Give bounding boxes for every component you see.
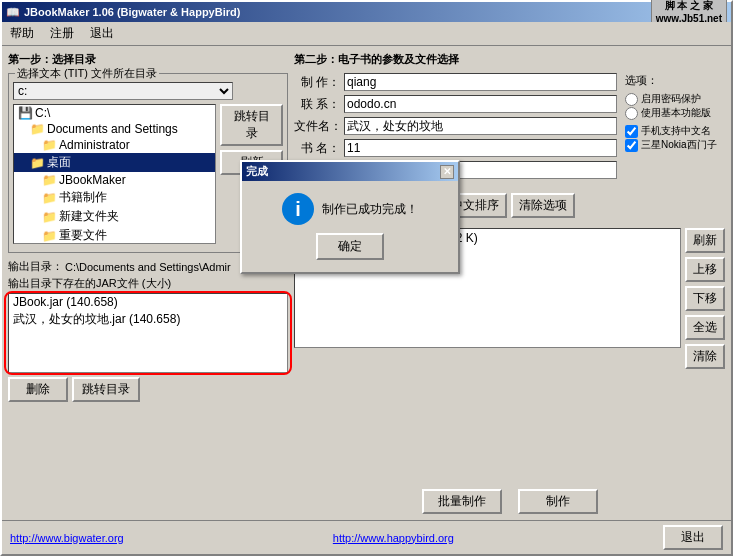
batch-make-button[interactable]: 批量制作 <box>422 489 502 514</box>
exit-button[interactable]: 退出 <box>663 525 723 550</box>
drive-select[interactable]: c: <box>13 82 233 100</box>
step1-title: 第一步：选择目录 <box>8 52 288 67</box>
menu-exit[interactable]: 退出 <box>86 24 118 43</box>
check1-label: 手机支持中文名 <box>641 124 711 138</box>
brand-name: 脚 本 之 家 <box>656 0 722 12</box>
drive-icon: 💾 <box>18 106 33 120</box>
tree-item-admin[interactable]: 📁 Administrator <box>14 137 215 153</box>
folder-icon-important: 📁 <box>42 229 57 243</box>
check-chinese-name[interactable] <box>625 125 638 138</box>
drive-select-container: c: <box>13 82 283 100</box>
radio-basic[interactable] <box>625 107 638 120</box>
tree-label-important: 重要文件 <box>59 227 107 244</box>
refresh-files-button[interactable]: 刷新 <box>685 228 725 253</box>
title-bar: 📖 JBookMaker 1.06 (Bigwater & HappyBird)… <box>2 2 731 22</box>
tree-item-docs[interactable]: 📁 Documents and Settings <box>14 121 215 137</box>
tree-item-jbookmaker[interactable]: 📁 JBookMaker <box>14 172 215 188</box>
maker-label: 制 作： <box>294 74 340 91</box>
menu-register[interactable]: 注册 <box>46 24 78 43</box>
filename-row: 文件名： <box>294 117 617 135</box>
folder-icon-jbookmaker: 📁 <box>42 173 57 187</box>
options-title: 选项： <box>625 73 725 88</box>
make-button[interactable]: 制作 <box>518 489 598 514</box>
modal-message: 制作已成功完成！ <box>322 201 418 218</box>
tree-label-docs: Documents and Settings <box>47 122 178 136</box>
modal-title: 完成 <box>246 164 268 179</box>
jar-item-1[interactable]: 武汉，处女的坟地.jar (140.658) <box>9 310 287 329</box>
radio2-item: 使用基本功能版 <box>625 106 725 120</box>
jar-file-list[interactable]: JBook.jar (140.658) 武汉，处女的坟地.jar (140.65… <box>8 293 288 373</box>
delete-button[interactable]: 删除 <box>8 377 68 402</box>
modal-title-bar: 完成 ✕ <box>242 162 458 181</box>
radio-password[interactable] <box>625 93 638 106</box>
right-panel: 第二步：电子书的参数及文件选择 制 作： 联 系： 文件名： <box>294 52 725 514</box>
tree-item-newfolder[interactable]: 📁 新建文件夹 <box>14 207 215 226</box>
window-icon: 📖 <box>6 6 20 19</box>
bigwater-link[interactable]: http://www.bigwater.org <box>10 532 124 544</box>
bookname-row: 书 名： <box>294 139 617 157</box>
modal-message-row: i 制作已成功完成！ <box>282 193 418 225</box>
jar-list-wrapper: JBook.jar (140.658) 武汉，处女的坟地.jar (140.65… <box>8 293 288 373</box>
title-bar-left: 📖 JBookMaker 1.06 (Bigwater & HappyBird) <box>6 6 240 19</box>
output-buttons: 删除 跳转目录 <box>8 377 288 402</box>
tree-label-admin: Administrator <box>59 138 130 152</box>
clear-options-button[interactable]: 清除选项 <box>511 193 575 218</box>
step2-title: 第二步：电子书的参数及文件选择 <box>294 52 725 67</box>
radio1-item: 启用密码保护 <box>625 92 725 106</box>
modal-confirm-button[interactable]: 确定 <box>316 233 384 260</box>
happybird-link[interactable]: http://www.happybird.org <box>333 532 454 544</box>
jar-item-0[interactable]: JBook.jar (140.658) <box>9 294 287 310</box>
maker-row: 制 作： <box>294 73 617 91</box>
jar-list-header: 输出目录下存在的JAR文件 (大小) <box>8 276 288 291</box>
move-up-button[interactable]: 上移 <box>685 257 725 282</box>
move-down-button[interactable]: 下移 <box>685 286 725 311</box>
jump-dir-button[interactable]: 跳转目录 <box>220 104 283 146</box>
radio2-label: 使用基本功能版 <box>641 106 711 120</box>
tree-label-books: 书籍制作 <box>59 189 107 206</box>
output-label: 输出目录： <box>8 259 63 274</box>
filename-label: 文件名： <box>294 118 340 135</box>
tree-label-jbookmaker: JBookMaker <box>59 173 126 187</box>
tree-label-desktop: 桌面 <box>47 154 71 171</box>
folder-icon-newfolder: 📁 <box>42 210 57 224</box>
window-title: JBookMaker 1.06 (Bigwater & HappyBird) <box>24 6 240 18</box>
contact-label: 联 系： <box>294 96 340 113</box>
side-buttons: 刷新 上移 下移 全选 清除 <box>685 228 725 479</box>
check1-item: 手机支持中文名 <box>625 124 725 138</box>
tree-item-c[interactable]: 💾 C:\ <box>14 105 215 121</box>
output-section: 输出目录： C:\Documents and Settings\Admir 输出… <box>8 259 288 514</box>
options-area: 选项： 启用密码保护 使用基本功能版 手机支持中文名 <box>625 73 725 183</box>
main-content: 第一步：选择目录 选择文本 (TIT) 文件所在目录 c: 💾 C:\ <box>2 46 731 520</box>
left-panel: 第一步：选择目录 选择文本 (TIT) 文件所在目录 c: 💾 C:\ <box>8 52 288 514</box>
filename-input[interactable] <box>344 117 617 135</box>
tree-item-desktop[interactable]: 📁 桌面 <box>14 153 215 172</box>
menu-help[interactable]: 帮助 <box>6 24 38 43</box>
jump-dir-button2[interactable]: 跳转目录 <box>72 377 140 402</box>
folder-icon-desktop: 📁 <box>30 156 45 170</box>
tree-label-c: C:\ <box>35 106 50 120</box>
select-all-button[interactable]: 全选 <box>685 315 725 340</box>
tree-item-books[interactable]: 📁 书籍制作 <box>14 188 215 207</box>
output-path-value: C:\Documents and Settings\Admir <box>65 261 231 273</box>
tree-label-newfolder: 新建文件夹 <box>59 208 119 225</box>
check2-label: 三星Nokia西门子 <box>641 138 717 152</box>
check2-item: 三星Nokia西门子 <box>625 138 725 152</box>
footer: http://www.bigwater.org http://www.happy… <box>2 520 731 554</box>
bookname-input[interactable] <box>344 139 617 157</box>
menu-bar: 帮助 注册 退出 <box>2 22 731 46</box>
contact-input[interactable] <box>344 95 617 113</box>
folder-icon-books: 📁 <box>42 191 57 205</box>
file-section-title: 选择文本 (TIT) 文件所在目录 <box>15 66 159 81</box>
modal-body: i 制作已成功完成！ 确定 <box>242 181 458 272</box>
contact-row: 联 系： <box>294 95 617 113</box>
folder-icon-admin: 📁 <box>42 138 57 152</box>
maker-input[interactable] <box>344 73 617 91</box>
check-samsung[interactable] <box>625 139 638 152</box>
tree-item-important[interactable]: 📁 重要文件 <box>14 226 215 244</box>
clear-files-button[interactable]: 清除 <box>685 344 725 369</box>
directory-tree[interactable]: 💾 C:\ 📁 Documents and Settings 📁 Adminis… <box>13 104 216 244</box>
action-buttons: 批量制作 制作 <box>294 489 725 514</box>
modal-close-button[interactable]: ✕ <box>440 165 454 179</box>
main-window: 📖 JBookMaker 1.06 (Bigwater & HappyBird)… <box>0 0 733 556</box>
radio1-label: 启用密码保护 <box>641 92 701 106</box>
